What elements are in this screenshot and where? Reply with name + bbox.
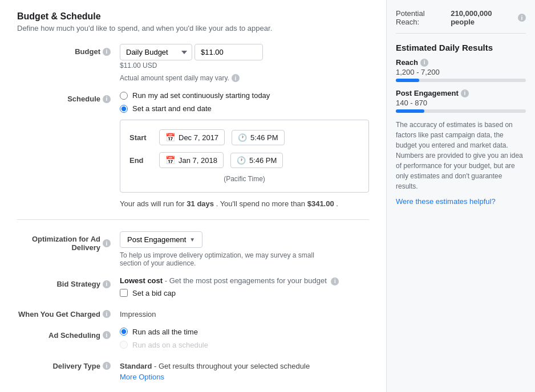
ad-scheduling-option2-radio[interactable] xyxy=(120,341,128,349)
optimization-help-text: To help us improve delivery optimization… xyxy=(120,251,337,267)
delivery-type-content: Standard - Get results throughout your s… xyxy=(120,358,369,381)
bid-strategy-content: Lowest cost - Get the most post engageme… xyxy=(120,276,369,297)
optimization-content: Post Engagement ▼ To help us improve del… xyxy=(120,231,369,267)
schedule-row: Schedule i Run my ad set continuously st… xyxy=(17,91,369,208)
date-box: Start 📅 Dec 7, 2017 🕐 5:46 PM End xyxy=(120,120,369,193)
start-date-field[interactable]: 📅 Dec 7, 2017 xyxy=(159,129,225,145)
bid-strategy-desc-info-icon[interactable]: i xyxy=(331,277,339,285)
schedule-label: Schedule i xyxy=(17,91,120,103)
charged-content: Impression xyxy=(120,307,369,318)
engagement-label: Post Engagement i xyxy=(396,89,526,97)
more-options-link[interactable]: More Options xyxy=(120,373,164,381)
budget-type-select[interactable]: Daily Budget Lifetime Budget xyxy=(120,44,192,60)
charged-row: When You Get Charged i Impression xyxy=(17,307,369,318)
ad-scheduling-row: Ad Scheduling i Run ads all the time Run… xyxy=(17,328,369,349)
potential-reach: Potential Reach: 210,000,000 people i xyxy=(396,9,526,34)
main-panel: Budget & Schedule Define how much you'd … xyxy=(0,0,387,392)
charged-label: When You Get Charged i xyxy=(17,307,120,318)
ad-scheduling-option2-row[interactable]: Run ads on a schedule xyxy=(120,341,369,349)
end-clock-icon: 🕐 xyxy=(237,156,246,165)
optimization-dropdown[interactable]: Post Engagement ▼ xyxy=(120,231,202,248)
engagement-info-icon[interactable]: i xyxy=(461,89,469,97)
bid-cap-checkbox[interactable] xyxy=(120,289,128,297)
delivery-type-label: Delivery Type i xyxy=(17,358,120,370)
bid-strategy-text: Lowest cost - Get the most post engageme… xyxy=(120,276,369,285)
engagement-progress-bar xyxy=(396,109,526,113)
ad-scheduling-option1-row[interactable]: Run ads all the time xyxy=(120,328,369,336)
reach-progress-bar xyxy=(396,79,526,82)
budget-info-icon[interactable]: i xyxy=(103,48,111,56)
bid-strategy-label: Bid Strategy i xyxy=(17,276,120,288)
potential-reach-info-icon[interactable]: i xyxy=(518,14,526,22)
bid-strategy-row: Bid Strategy i Lowest cost - Get the mos… xyxy=(17,276,369,297)
optimization-row: Optimization for Ad Delivery i Post Enga… xyxy=(17,231,369,267)
delivery-type-info-icon[interactable]: i xyxy=(103,362,111,370)
divider-1 xyxy=(17,219,369,220)
charged-value: Impression xyxy=(120,307,369,318)
reach-info-icon[interactable]: i xyxy=(420,59,428,67)
run-days-text: Your ads will run for 31 days . You'll s… xyxy=(120,199,369,208)
reach-label: Reach i xyxy=(396,58,526,67)
schedule-option1-row[interactable]: Run my ad set continuously starting toda… xyxy=(120,91,369,100)
budget-content: Daily Budget Lifetime Budget $11.00 USD … xyxy=(120,44,369,82)
optimization-dropdown-arrow: ▼ xyxy=(189,236,195,243)
start-calendar-icon: 📅 xyxy=(165,133,175,142)
delivery-text: Standard - Get results throughout your s… xyxy=(120,358,369,370)
end-date-row: End 📅 Jan 7, 2018 🕐 5:46 PM xyxy=(129,152,359,168)
end-calendar-icon: 📅 xyxy=(165,156,175,165)
budget-amount-input[interactable] xyxy=(194,44,263,60)
start-time-field[interactable]: 🕐 5:46 PM xyxy=(232,130,284,145)
start-clock-icon: 🕐 xyxy=(238,133,247,142)
end-date-field[interactable]: 📅 Jan 7, 2018 xyxy=(159,152,224,168)
engagement-range: 140 - 870 xyxy=(396,99,526,107)
engagement-progress-fill xyxy=(396,109,424,113)
schedule-option1-radio[interactable] xyxy=(120,92,128,100)
budget-inputs: Daily Budget Lifetime Budget xyxy=(120,44,369,60)
schedule-info-icon[interactable]: i xyxy=(103,95,111,103)
delivery-type-row: Delivery Type i Standard - Get results t… xyxy=(17,358,369,381)
budget-note-info-icon[interactable]: i xyxy=(232,74,240,82)
optimization-label: Optimization for Ad Delivery i xyxy=(17,231,120,252)
start-date-row: Start 📅 Dec 7, 2017 🕐 5:46 PM xyxy=(129,129,359,145)
budget-usd-label: $11.00 USD xyxy=(120,62,369,70)
section-subtitle: Define how much you'd like to spend, and… xyxy=(17,24,369,32)
section-title: Budget & Schedule xyxy=(17,11,369,22)
budget-note: Actual amount spent daily may vary. i xyxy=(120,74,369,82)
end-time-field[interactable]: 🕐 5:46 PM xyxy=(230,153,283,168)
optimization-info-icon[interactable]: i xyxy=(103,239,111,247)
bid-cap-row: Set a bid cap xyxy=(120,289,369,297)
right-panel: Potential Reach: 210,000,000 people i Es… xyxy=(387,0,535,392)
schedule-radio-group: Run my ad set continuously starting toda… xyxy=(120,91,369,113)
schedule-option2-radio[interactable] xyxy=(120,105,128,113)
ad-scheduling-info-icon[interactable]: i xyxy=(103,331,111,339)
bid-strategy-info-icon[interactable]: i xyxy=(103,280,111,288)
timezone-label: (Pacific Time) xyxy=(129,175,359,183)
ad-scheduling-content: Run ads all the time Run ads on a schedu… xyxy=(120,328,369,349)
disclaimer: The accuracy of estimates is based on fa… xyxy=(396,120,526,191)
start-label: Start xyxy=(129,133,152,142)
helpful-link[interactable]: Were these estimates helpful? xyxy=(396,197,496,206)
schedule-content: Run my ad set continuously starting toda… xyxy=(120,91,369,208)
budget-row: Budget i Daily Budget Lifetime Budget $1… xyxy=(17,44,369,82)
reach-range: 1,200 - 7,200 xyxy=(396,68,526,76)
ad-scheduling-label: Ad Scheduling i xyxy=(17,328,120,340)
schedule-option2-row[interactable]: Set a start and end date xyxy=(120,104,369,113)
end-label: End xyxy=(129,156,152,165)
budget-label: Budget i xyxy=(17,44,120,56)
est-results-title: Estimated Daily Results xyxy=(396,43,526,52)
charged-info-icon[interactable]: i xyxy=(103,310,111,318)
reach-progress-fill xyxy=(396,79,419,82)
ad-scheduling-option1-radio[interactable] xyxy=(120,328,128,336)
